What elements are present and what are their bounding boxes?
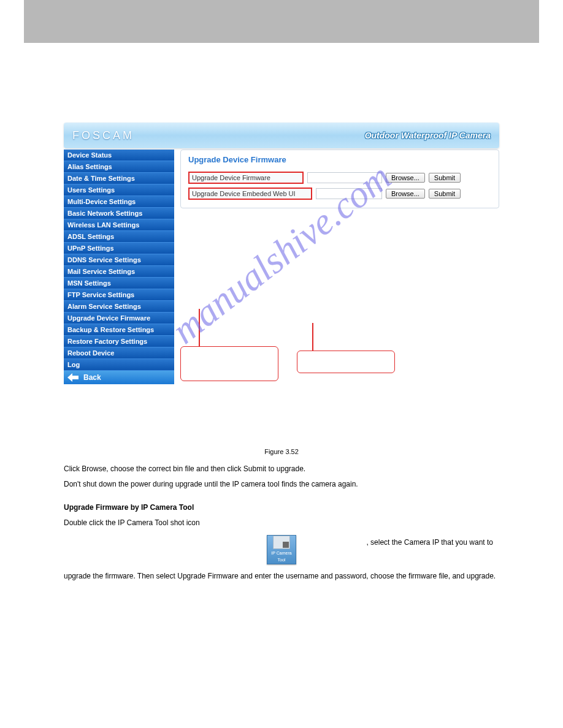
paragraph-3: Double click the IP Camera Tool shot ico… <box>64 518 499 528</box>
paragraph-2: Don't shut down the power during upgrade… <box>64 479 499 490</box>
ip-camera-tool-icon: IP Camera Tool <box>267 535 296 564</box>
callout-right <box>297 351 395 373</box>
submit-button-webui[interactable]: Submit <box>429 189 461 199</box>
svg-marker-0 <box>67 373 79 382</box>
main-panel: Upgrade Device Firmware Upgrade Device F… <box>180 150 499 208</box>
sidebar-item-upgrade-device-firmware[interactable]: Upgrade Device Firmware <box>64 313 174 324</box>
sidebar-item-msn-settings[interactable]: MSN Settings <box>64 278 174 289</box>
back-button[interactable]: Back <box>64 371 174 384</box>
sidebar-item-date-time-settings[interactable]: Date & Time Settings <box>64 173 174 184</box>
callout-right-text <box>297 351 394 357</box>
label-upgrade-firmware: Upgrade Device Firmware <box>188 172 304 184</box>
sidebar-item-alarm-service-settings[interactable]: Alarm Service Settings <box>64 301 174 313</box>
body-text: Click Browse, choose the correct bin fil… <box>64 464 499 582</box>
row-upgrade-firmware: Upgrade Device Firmware Browse... Submit <box>188 172 491 184</box>
app-header: FOSCAM Outdoor Waterproof IP Camera <box>64 123 499 148</box>
ip-camera-tool-icon-label: IP Camera Tool <box>267 550 296 563</box>
callout-left-text <box>181 347 278 353</box>
header-tagline: Outdoor Waterproof IP Camera <box>365 131 491 140</box>
sidebar-item-multi-device-settings[interactable]: Multi-Device Settings <box>64 196 174 208</box>
browse-button-firmware[interactable]: Browse... <box>386 173 425 183</box>
paragraph-3b: , select the Camera IP that you want to <box>297 537 493 548</box>
panel-title: Upgrade Device Firmware <box>188 155 491 164</box>
callout-connector-2 <box>312 323 313 351</box>
label-upgrade-webui: Upgrade Device Embeded Web UI <box>188 188 312 200</box>
paragraph-1: Click Browse, choose the correct bin fil… <box>64 464 499 474</box>
sidebar-item-ftp-service-settings[interactable]: FTP Service Settings <box>64 289 174 301</box>
row-upgrade-webui: Upgrade Device Embeded Web UI Browse... … <box>188 188 491 200</box>
file-input-webui[interactable] <box>316 188 382 199</box>
sidebar-item-alias-settings[interactable]: Alias Settings <box>64 161 174 173</box>
back-arrow-icon <box>67 373 79 382</box>
sidebar-item-log[interactable]: Log <box>64 359 174 371</box>
sidebar-item-mail-service-settings[interactable]: Mail Service Settings <box>64 266 174 278</box>
sidebar-item-adsl-settings[interactable]: ADSL Settings <box>64 231 174 243</box>
sidebar-item-users-settings[interactable]: Users Settings <box>64 184 174 196</box>
paragraph-4: upgrade the firmware. Then select Upgrad… <box>64 571 499 582</box>
callout-connector-1 <box>199 309 200 346</box>
sidebar-item-basic-network-settings[interactable]: Basic Network Settings <box>64 208 174 219</box>
sidebar-item-wireless-lan-settings[interactable]: Wireless LAN Settings <box>64 219 174 231</box>
document-top-bar <box>24 0 539 43</box>
sidebar-item-ddns-service-settings[interactable]: DDNS Service Settings <box>64 254 174 266</box>
sidebar-item-restore-factory-settings[interactable]: Restore Factory Settings <box>64 336 174 347</box>
sidebar-item-upnp-settings[interactable]: UPnP Settings <box>64 243 174 254</box>
heading-upgrade-tool: Upgrade Firmware by IP Camera Tool <box>64 502 499 513</box>
sidebar-item-reboot-device[interactable]: Reboot Device <box>64 347 174 359</box>
document-wrapper: manualshive.com FOSCAM Outdoor Waterproo… <box>64 123 499 384</box>
sidebar-item-backup-restore-settings[interactable]: Backup & Restore Settings <box>64 324 174 336</box>
logo: FOSCAM <box>72 129 134 142</box>
browse-button-webui[interactable]: Browse... <box>386 189 425 199</box>
submit-button-firmware[interactable]: Submit <box>429 173 461 183</box>
figure-caption: Figure 3.52 <box>0 448 563 455</box>
sidebar: Device Status Alias Settings Date & Time… <box>64 150 174 384</box>
file-input-firmware[interactable] <box>307 172 382 183</box>
sidebar-item-device-status[interactable]: Device Status <box>64 150 174 161</box>
callout-left <box>180 346 278 381</box>
back-label: Back <box>83 373 101 382</box>
